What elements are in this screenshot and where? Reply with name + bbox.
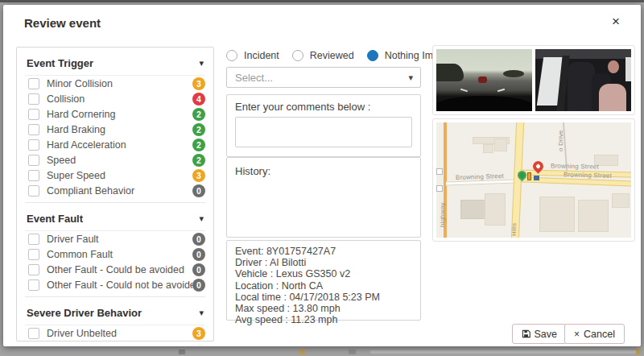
list-item: Compliant Behavior 0 bbox=[25, 183, 205, 198]
map-street-label: Browning Street bbox=[564, 171, 612, 180]
map-building bbox=[494, 139, 507, 151]
section-header-event-trigger[interactable]: Event Trigger ▾ bbox=[25, 48, 205, 76]
section-header-severe-driver-behavior[interactable]: Severe Driver Behavior ▾ bbox=[25, 297, 205, 325]
count-badge: 4 bbox=[192, 93, 205, 106]
event-location-map[interactable]: Browning Street Browning Street Browning… bbox=[436, 122, 631, 238]
dashcam-video-thumbnail[interactable] bbox=[432, 45, 635, 115]
count-badge: 2 bbox=[192, 123, 205, 136]
map-street-label: Browning Street bbox=[551, 162, 599, 170]
item-label: Hard Cornering bbox=[47, 109, 192, 120]
list-item: Other Fault - Could be avoided 0 bbox=[25, 262, 205, 277]
detail-location: Location : North CA bbox=[235, 280, 412, 292]
checkbox[interactable] bbox=[28, 170, 39, 181]
count-badge: 0 bbox=[192, 248, 205, 261]
checkbox[interactable] bbox=[28, 279, 39, 291]
checkbox[interactable] bbox=[28, 264, 39, 275]
item-label: Hard Braking bbox=[47, 124, 192, 135]
background-page-fragment bbox=[349, 350, 356, 354]
item-label: Super Speed bbox=[47, 170, 192, 181]
orange-marker-icon bbox=[527, 172, 531, 180]
driver-camera-view bbox=[535, 49, 631, 111]
list-item: Super Speed 3 bbox=[25, 168, 205, 183]
radio-reviewed[interactable]: Reviewed bbox=[292, 50, 354, 61]
close-icon[interactable]: × bbox=[607, 13, 625, 31]
count-badge: 3 bbox=[192, 327, 205, 340]
x-icon: × bbox=[574, 329, 580, 340]
comments-panel: Enter your comments below : bbox=[226, 94, 421, 157]
detail-event-id: Event: 8Y01757427A7 bbox=[235, 246, 412, 257]
radio-label: Reviewed bbox=[310, 50, 354, 61]
modal-title: Review event bbox=[24, 16, 101, 30]
count-badge bbox=[192, 341, 205, 342]
item-label: Speed bbox=[47, 155, 192, 166]
detail-max-speed: Max speed : 13.80 mph bbox=[235, 303, 412, 314]
detail-local-time: Local time : 04/17/2018 5:23 PM bbox=[235, 292, 412, 303]
map-building bbox=[483, 144, 493, 153]
map-control-button[interactable] bbox=[436, 168, 443, 175]
chevron-down-icon: ▾ bbox=[199, 213, 204, 224]
count-badge: 2 bbox=[192, 108, 205, 121]
section-title: Event Fault bbox=[27, 213, 83, 225]
checkbox[interactable] bbox=[28, 78, 39, 89]
count-badge: 0 bbox=[192, 233, 205, 246]
list-item: Driver Fault 0 bbox=[25, 231, 205, 246]
history-panel: History: bbox=[226, 157, 421, 238]
checkbox[interactable] bbox=[28, 124, 39, 135]
event-details-panel: Event: 8Y01757427A7 Driver : Al Bilotti … bbox=[226, 240, 421, 321]
list-item: Collision 4 bbox=[25, 91, 205, 106]
item-label: Other Fault - Could not be avoided bbox=[47, 279, 192, 291]
vehicle-ahead bbox=[478, 77, 487, 83]
checkbox[interactable] bbox=[28, 185, 39, 197]
cancel-button[interactable]: × Cancel bbox=[564, 324, 625, 344]
radio-incident[interactable]: Incident bbox=[226, 50, 279, 61]
checkbox[interactable] bbox=[28, 234, 39, 245]
count-badge: 0 bbox=[192, 263, 205, 276]
list-item: Other Fault - Could not be avoided 0 bbox=[25, 277, 205, 292]
count-badge: 2 bbox=[192, 154, 205, 167]
count-badge: 2 bbox=[192, 139, 205, 151]
save-button[interactable]: Save bbox=[512, 324, 568, 344]
map-building bbox=[578, 200, 609, 232]
item-label: Driver Fault bbox=[47, 234, 192, 245]
item-label: Collision bbox=[47, 93, 192, 105]
map-control-button[interactable] bbox=[436, 185, 443, 192]
event-categories-panel: Event Trigger ▾ Minor Collision 3 Collis… bbox=[16, 47, 214, 342]
checkbox[interactable] bbox=[28, 109, 39, 120]
count-badge: 0 bbox=[192, 184, 205, 197]
map-building bbox=[485, 193, 506, 226]
list-item: Hard Acceleration 2 bbox=[25, 137, 205, 152]
item-label: Compliant Behavior bbox=[47, 185, 192, 197]
comments-label: Enter your comments below : bbox=[227, 95, 420, 117]
list-item: Common Fault 0 bbox=[25, 246, 205, 262]
background-page-fragment bbox=[299, 350, 305, 354]
item-label: Other Fault - Could be avoided bbox=[47, 264, 192, 275]
checkbox[interactable] bbox=[28, 93, 39, 105]
trees-silhouette bbox=[436, 64, 464, 81]
list-item: Speed 2 bbox=[25, 152, 205, 168]
status-select[interactable]: Select... ▾ bbox=[226, 67, 421, 88]
radio-circle-icon bbox=[226, 50, 237, 61]
video-frame bbox=[436, 49, 631, 111]
item-label: Minor Collision bbox=[47, 78, 192, 89]
section-header-event-fault[interactable]: Event Fault ▾ bbox=[25, 203, 205, 231]
cabin-window bbox=[625, 57, 631, 81]
checkbox[interactable] bbox=[28, 139, 39, 151]
checkbox[interactable] bbox=[28, 249, 39, 260]
blue-marker-icon bbox=[534, 176, 539, 180]
checkbox[interactable] bbox=[28, 328, 39, 339]
map-building bbox=[539, 197, 575, 232]
section-title: Event Trigger bbox=[27, 57, 93, 69]
lane-marking bbox=[460, 89, 468, 93]
list-item: Driver Unbelted 3 bbox=[25, 325, 205, 341]
review-status-radio-group: Incident Reviewed Nothing Important bbox=[226, 50, 421, 61]
map-street-label: o Drive bbox=[557, 130, 564, 151]
section-title: Severe Driver Behavior bbox=[27, 307, 142, 319]
count-badge: 3 bbox=[192, 169, 205, 182]
radio-label: Incident bbox=[244, 50, 279, 61]
comments-textarea[interactable] bbox=[235, 117, 412, 147]
checkbox bbox=[28, 341, 39, 342]
history-label: History: bbox=[227, 158, 420, 184]
detail-avg-speed: Avg speed : 11.23 mph bbox=[235, 314, 412, 325]
section-event-fault: Event Fault ▾ Driver Fault 0 Common Faul… bbox=[25, 202, 205, 292]
checkbox[interactable] bbox=[28, 155, 39, 166]
